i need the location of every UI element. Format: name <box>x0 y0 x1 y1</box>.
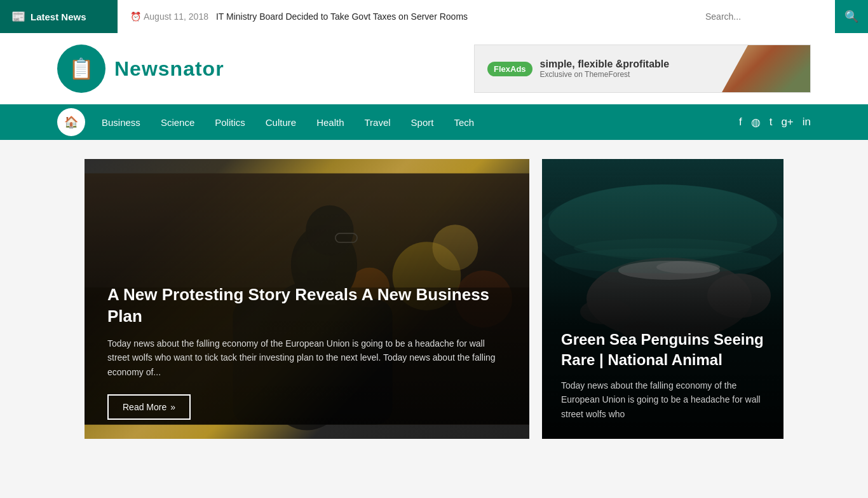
nav-item-business[interactable]: Business <box>92 104 151 140</box>
right-card-content: Green Sea Penguins Seeing Rare | Nationa… <box>542 312 783 439</box>
facebook-icon[interactable]: f <box>739 116 742 128</box>
nav-item-travel[interactable]: Travel <box>354 104 400 140</box>
home-icon: 🏠 <box>64 115 78 129</box>
main-content: A New Protesting Story Reveals A New Bus… <box>27 159 841 439</box>
logo-area: 📋 Newsnator <box>57 45 224 93</box>
linkedin-icon[interactable]: in <box>803 116 811 128</box>
featured-right-card: Green Sea Penguins Seeing Rare | Nationa… <box>542 159 783 439</box>
latest-news-label: Latest News <box>31 11 86 22</box>
nav-item-science[interactable]: Science <box>151 104 205 140</box>
logo-icon: 📋 <box>57 45 105 93</box>
header: 📋 Newsnator FlexAds simple, flexible &pr… <box>0 33 868 104</box>
ticker-date: ⏰ August 11, 2018 <box>130 11 208 22</box>
arrow-icon: » <box>170 402 175 412</box>
top-bar: 📰 Latest News ⏰ August 11, 2018 IT Minis… <box>0 0 868 33</box>
latest-news-badge: 📰 Latest News <box>0 0 118 33</box>
newspaper-icon: 📰 <box>11 10 25 24</box>
nav-item-culture[interactable]: Culture <box>255 104 306 140</box>
left-card-content: A New Protesting Story Reveals A New Bus… <box>85 265 529 439</box>
social-links: f ◍ t g+ in <box>739 116 811 129</box>
navbar: 🏠 Business Science Politics Culture Heal… <box>0 104 868 140</box>
nav-item-sport[interactable]: Sport <box>401 104 444 140</box>
ad-title: simple, flexible &profitable <box>540 59 670 70</box>
ad-banner: FlexAds simple, flexible &profitable Exc… <box>474 45 811 93</box>
clock-icon: ⏰ <box>130 11 141 22</box>
read-more-button[interactable]: Read More » <box>107 394 191 420</box>
twitter-icon[interactable]: t <box>770 116 773 128</box>
nav-item-health[interactable]: Health <box>306 104 354 140</box>
ad-brand: FlexAds <box>487 62 532 76</box>
nav-item-tech[interactable]: Tech <box>444 104 484 140</box>
ticker-area: ⏰ August 11, 2018 IT Ministry Board Deci… <box>118 0 695 33</box>
ad-text: simple, flexible &profitable Exclusive o… <box>540 59 670 79</box>
featured-left-card: A New Protesting Story Reveals A New Bus… <box>85 159 529 439</box>
nav-item-politics[interactable]: Politics <box>205 104 255 140</box>
left-card-excerpt: Today news about the falling economy of … <box>107 336 506 379</box>
googleplus-icon[interactable]: g+ <box>781 116 793 128</box>
search-icon: 🔍 <box>844 10 858 24</box>
instagram-icon[interactable]: ◍ <box>751 116 761 129</box>
logo-text: Newsnator <box>114 57 224 81</box>
right-card-title: Green Sea Penguins Seeing Rare | Nationa… <box>561 329 764 369</box>
nav-left: 🏠 Business Science Politics Culture Heal… <box>57 104 484 140</box>
search-area: 🔍 <box>695 0 868 33</box>
right-card-excerpt: Today news about the falling economy of … <box>561 378 764 421</box>
ad-subtitle: Exclusive on ThemeForest <box>540 70 670 79</box>
ticker-headline: IT Ministry Board Decided to Take Govt T… <box>216 11 468 22</box>
home-button[interactable]: 🏠 <box>57 108 85 136</box>
left-card-title: A New Protesting Story Reveals A New Bus… <box>107 284 506 328</box>
notebook-icon: 📋 <box>69 57 94 81</box>
search-button[interactable]: 🔍 <box>835 0 868 33</box>
read-more-label: Read More <box>123 402 166 412</box>
search-input[interactable] <box>695 0 835 33</box>
